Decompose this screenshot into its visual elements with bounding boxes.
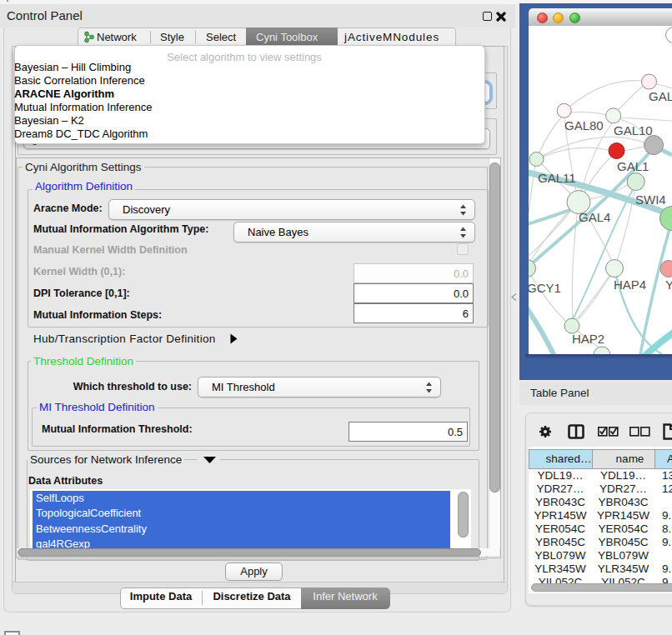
svg-text:GAL80: GAL80 [564,118,604,132]
svg-text:GAL10: GAL10 [614,123,653,138]
svg-text:GAL1: GAL1 [617,159,649,173]
svg-text:GAL: GAL [649,89,672,103]
svg-text:GAL11: GAL11 [538,171,576,185]
svg-text:SWI4: SWI4 [635,192,666,207]
svg-text:GCY1: GCY1 [529,281,561,295]
svg-text:HAP4: HAP4 [614,278,646,292]
svg-text:HAP2: HAP2 [572,332,604,346]
svg-text:Y: Y [665,278,672,292]
svg-text:GAL4: GAL4 [579,210,610,224]
